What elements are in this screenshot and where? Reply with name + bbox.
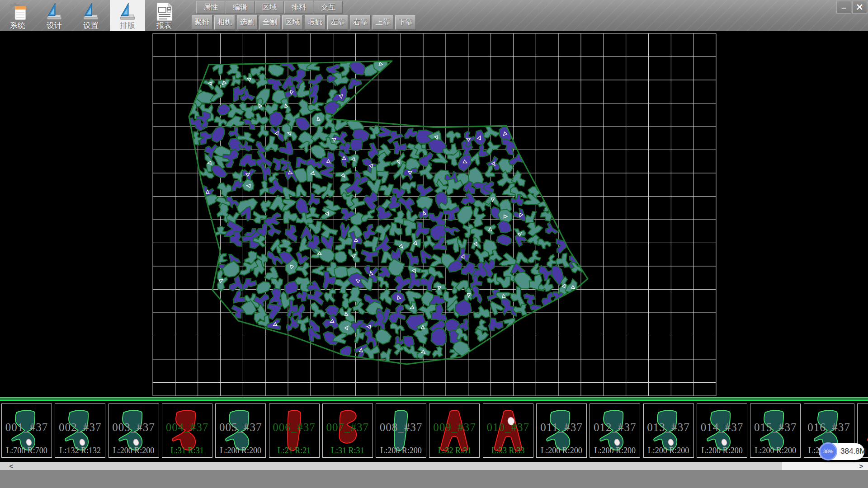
nested-piece[interactable] — [390, 323, 405, 334]
nested-piece[interactable] — [321, 224, 338, 238]
tool-button-8[interactable]: 右靠 — [350, 15, 371, 30]
nested-piece[interactable] — [527, 222, 543, 236]
nested-piece[interactable] — [312, 266, 325, 276]
tool-button-4[interactable]: 全割 — [259, 15, 280, 30]
part-tile[interactable]: 014_#37 L:200 R:200 — [697, 404, 747, 458]
part-tile[interactable]: 006_#37 L:21 R:21 — [269, 404, 320, 458]
scroll-right-arrow-icon[interactable]: > — [854, 462, 868, 470]
nested-piece[interactable] — [326, 305, 339, 316]
nested-piece[interactable] — [324, 113, 336, 135]
nested-piece[interactable] — [432, 347, 443, 357]
tool-button-2[interactable]: 相机 — [214, 15, 235, 30]
nested-piece[interactable] — [296, 184, 307, 197]
nested-piece[interactable] — [257, 282, 271, 294]
nested-piece[interactable] — [472, 286, 482, 303]
nested-piece[interactable] — [361, 250, 378, 262]
nested-piece[interactable] — [390, 223, 402, 236]
nested-piece[interactable] — [203, 79, 215, 90]
nested-piece[interactable] — [380, 288, 392, 305]
nested-piece[interactable] — [484, 225, 496, 235]
nested-piece[interactable] — [268, 224, 281, 236]
nested-piece[interactable] — [444, 227, 460, 235]
nested-piece[interactable] — [393, 141, 407, 155]
part-tile[interactable]: 010_#37 L:33 R:33 — [483, 404, 533, 458]
nested-piece[interactable] — [267, 304, 281, 319]
nested-piece[interactable] — [213, 61, 224, 75]
horizontal-scrollbar[interactable]: < > — [0, 462, 868, 470]
nested-piece[interactable] — [516, 252, 528, 264]
nested-piece[interactable] — [218, 79, 230, 88]
nested-piece[interactable] — [377, 277, 389, 288]
nested-piece[interactable] — [323, 315, 340, 329]
part-tile[interactable]: 008_#37 L:200 R:200 — [376, 404, 426, 458]
nested-piece[interactable] — [474, 306, 490, 318]
part-tile[interactable]: 009_#37 L:32 R:31 — [429, 404, 480, 458]
nav-button-5[interactable]: 报表 — [146, 0, 182, 31]
part-tile[interactable]: 001_#37 L:700 R:700 — [1, 404, 52, 458]
tool-button-9[interactable]: 上靠 — [373, 15, 393, 30]
nested-piece[interactable] — [296, 198, 309, 215]
part-tile[interactable]: 007_#37 L:31 R:31 — [322, 404, 373, 458]
part-tile[interactable]: 005_#37 L:200 R:200 — [215, 404, 266, 458]
nested-piece[interactable] — [489, 318, 503, 331]
nested-piece[interactable] — [502, 139, 517, 155]
nested-piece[interactable] — [556, 239, 567, 253]
nested-piece[interactable] — [353, 301, 365, 314]
close-button[interactable]: ✕ — [852, 1, 867, 14]
nested-piece[interactable] — [446, 178, 463, 195]
nested-piece[interactable] — [335, 252, 347, 263]
nested-piece[interactable] — [349, 79, 362, 89]
nested-piece[interactable] — [484, 125, 500, 138]
nested-piece[interactable] — [556, 253, 570, 267]
menu-tab-2[interactable]: 编辑 — [226, 1, 255, 14]
nested-piece[interactable] — [242, 278, 256, 290]
nested-piece[interactable] — [297, 291, 307, 301]
tool-button-10[interactable]: 下靠 — [395, 15, 416, 30]
scrollbar-thumb[interactable] — [23, 462, 782, 470]
nested-piece[interactable] — [388, 305, 406, 323]
part-tile[interactable]: 004_#37 L:31 R:31 — [162, 404, 212, 458]
nested-piece[interactable] — [239, 154, 256, 167]
nested-piece[interactable] — [528, 250, 541, 263]
nav-button-2[interactable]: 设计 — [37, 0, 72, 31]
nested-piece[interactable] — [496, 235, 511, 245]
nested-piece[interactable] — [264, 136, 278, 152]
part-tile[interactable]: 002_#37 L:132 R:132 — [55, 404, 105, 458]
nested-piece[interactable] — [335, 116, 348, 131]
nested-piece[interactable] — [420, 250, 432, 263]
nested-piece[interactable] — [538, 239, 551, 249]
part-tile[interactable]: 013_#37 L:200 R:200 — [643, 404, 694, 458]
nested-piece[interactable] — [299, 141, 310, 153]
nested-piece[interactable] — [217, 183, 232, 198]
nested-piece[interactable] — [320, 167, 334, 178]
nested-piece[interactable] — [260, 200, 271, 213]
nav-button-1[interactable]: 系统 — [0, 0, 35, 31]
nested-piece[interactable] — [295, 117, 310, 130]
overlay-memory-badge[interactable]: 38% 384.8M — [819, 443, 864, 460]
nested-piece[interactable] — [497, 276, 510, 288]
nested-piece[interactable] — [233, 290, 246, 303]
menu-tab-1[interactable]: 属性 — [196, 1, 225, 14]
nested-piece[interactable] — [524, 294, 535, 305]
nav-button-4[interactable]: 排版 — [110, 0, 145, 31]
nested-piece[interactable] — [350, 139, 363, 151]
nested-piece[interactable] — [368, 179, 381, 194]
part-tile[interactable]: 015_#37 L:200 R:200 — [750, 404, 801, 458]
nested-piece[interactable] — [311, 302, 326, 317]
nested-piece[interactable] — [278, 141, 293, 155]
nested-piece[interactable] — [239, 102, 254, 119]
nested-piece[interactable] — [319, 249, 335, 262]
menu-tab-3[interactable]: 区域 — [255, 1, 284, 14]
tool-button-1[interactable]: 聚排 — [192, 15, 212, 30]
nested-piece[interactable] — [348, 249, 360, 262]
tool-button-7[interactable]: 左靠 — [327, 15, 348, 30]
nested-piece[interactable] — [335, 169, 352, 182]
nested-piece[interactable] — [362, 209, 375, 222]
nested-piece[interactable] — [269, 112, 283, 127]
nested-piece[interactable] — [498, 221, 511, 233]
nested-piece[interactable] — [212, 127, 225, 142]
tool-button-3[interactable]: 选割 — [237, 15, 258, 30]
nested-piece[interactable] — [486, 141, 500, 155]
part-tile[interactable]: 003_#37 L:200 R:200 — [108, 404, 159, 458]
part-tile[interactable]: 012_#37 L:200 R:200 — [590, 404, 640, 458]
